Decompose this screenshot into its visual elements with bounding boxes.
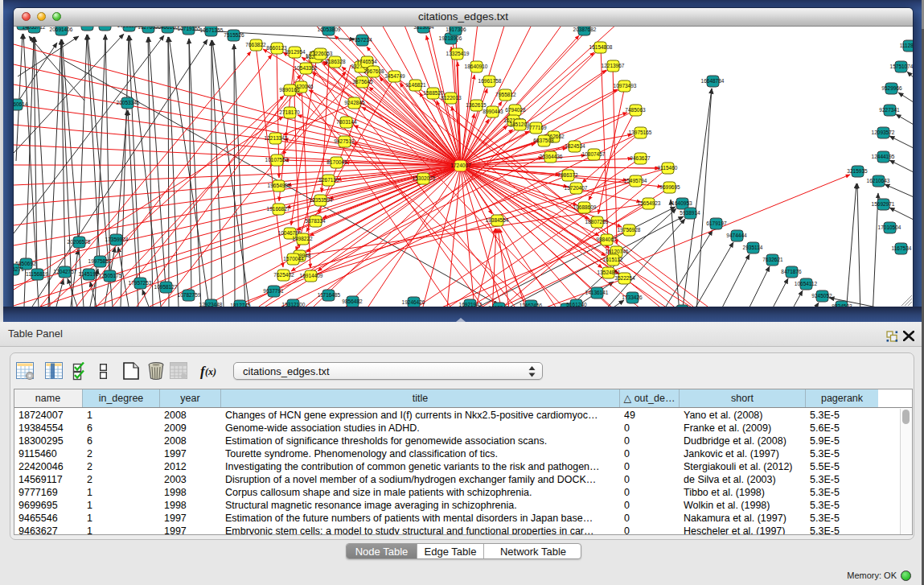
svg-text:9427512: 9427512 bbox=[334, 138, 355, 144]
svg-text:17957253: 17957253 bbox=[129, 280, 152, 286]
svg-text:16154808: 16154808 bbox=[589, 44, 613, 50]
svg-text:9242845: 9242845 bbox=[344, 100, 365, 105]
svg-text:13524851: 13524851 bbox=[598, 270, 621, 275]
svg-text:1498222: 1498222 bbox=[292, 236, 313, 241]
svg-text:3915271: 3915271 bbox=[14, 266, 24, 272]
svg-text:5938914: 5938914 bbox=[680, 210, 700, 216]
svg-text:19218906: 19218906 bbox=[439, 35, 462, 41]
svg-text:15692971: 15692971 bbox=[872, 201, 895, 207]
svg-text:10958127: 10958127 bbox=[154, 284, 178, 290]
svg-text:7632621: 7632621 bbox=[762, 257, 783, 262]
svg-text:19975857: 19975857 bbox=[88, 258, 112, 264]
svg-text:1615112: 1615112 bbox=[603, 257, 623, 262]
svg-text:6794028: 6794028 bbox=[505, 107, 526, 113]
svg-text:8186328: 8186328 bbox=[325, 59, 346, 64]
svg-text:15720407: 15720407 bbox=[565, 185, 588, 191]
svg-text:1362615: 1362615 bbox=[466, 102, 487, 108]
svg-text:12353594: 12353594 bbox=[310, 197, 333, 203]
svg-text:9884067: 9884067 bbox=[596, 237, 617, 242]
svg-text:16120746: 16120746 bbox=[606, 249, 629, 254]
svg-text:9115460: 9115460 bbox=[658, 165, 678, 171]
svg-text:19166827: 19166827 bbox=[267, 206, 290, 212]
svg-text:17359924: 17359924 bbox=[105, 237, 129, 242]
svg-text:18807269: 18807269 bbox=[585, 219, 609, 225]
svg-text:20364436: 20364436 bbox=[540, 154, 563, 159]
svg-text:7663822: 7663822 bbox=[245, 42, 266, 47]
svg-text:16053809: 16053809 bbox=[318, 27, 341, 32]
svg-text:3454749: 3454749 bbox=[384, 73, 405, 79]
svg-text:10688609: 10688609 bbox=[573, 204, 597, 210]
svg-text:8122013: 8122013 bbox=[441, 95, 462, 101]
svg-text:9637791: 9637791 bbox=[263, 288, 284, 294]
svg-text:1746554: 1746554 bbox=[356, 59, 377, 64]
svg-text:8471876: 8471876 bbox=[781, 269, 802, 274]
svg-text:10654112: 10654112 bbox=[795, 281, 818, 286]
svg-text:12213343: 12213343 bbox=[265, 135, 288, 141]
svg-text:3875645: 3875645 bbox=[352, 79, 373, 84]
svg-text:18640910: 18640910 bbox=[465, 64, 488, 69]
svg-text:8267130: 8267130 bbox=[318, 177, 339, 183]
svg-text:1724007: 1724007 bbox=[450, 163, 471, 168]
svg-text:12444195: 12444195 bbox=[872, 154, 895, 159]
svg-text:5878334: 5878334 bbox=[305, 218, 326, 224]
svg-text:13975165: 13975165 bbox=[629, 130, 652, 135]
svg-text:7955812: 7955812 bbox=[495, 92, 516, 97]
svg-text:6466160: 6466160 bbox=[158, 27, 179, 30]
svg-text:19384554: 19384554 bbox=[486, 217, 509, 223]
svg-text:1733426: 1733426 bbox=[622, 295, 643, 300]
svg-text:9474444: 9474444 bbox=[726, 233, 747, 238]
svg-text:12093572: 12093572 bbox=[872, 130, 895, 135]
svg-text:3813054: 3813054 bbox=[413, 27, 434, 30]
svg-text:2935114: 2935114 bbox=[743, 245, 763, 250]
svg-text:1167534: 1167534 bbox=[892, 245, 912, 251]
svg-text:2967608: 2967608 bbox=[363, 68, 384, 74]
svg-text:9699695: 9699695 bbox=[659, 184, 680, 190]
svg-text:2718170: 2718170 bbox=[279, 109, 300, 115]
svg-text:19246426: 19246426 bbox=[402, 299, 425, 305]
svg-text:10671355: 10671355 bbox=[200, 27, 224, 33]
svg-text:20691406: 20691406 bbox=[50, 27, 73, 32]
svg-text:1112864: 1112864 bbox=[900, 43, 913, 48]
svg-text:11156819: 11156819 bbox=[26, 271, 48, 277]
svg-text:3522254: 3522254 bbox=[614, 275, 635, 281]
svg-text:7803144: 7803144 bbox=[336, 119, 357, 125]
svg-text:13325419: 13325419 bbox=[446, 51, 470, 56]
svg-text:1570044: 1570044 bbox=[283, 256, 304, 262]
svg-text:3215935: 3215935 bbox=[847, 168, 868, 174]
svg-text:1527602: 1527602 bbox=[138, 27, 158, 30]
svg-text:11716485: 11716485 bbox=[318, 292, 341, 298]
svg-text:20160614: 20160614 bbox=[14, 101, 28, 107]
svg-text:8990443: 8990443 bbox=[483, 109, 503, 114]
svg-text:15654923: 15654923 bbox=[638, 200, 661, 206]
svg-text:23226053: 23226053 bbox=[310, 51, 333, 56]
svg-text:20206578: 20206578 bbox=[68, 239, 91, 245]
svg-text:1824534: 1824534 bbox=[565, 143, 585, 149]
svg-text:17010504: 17010504 bbox=[878, 225, 901, 230]
svg-text:10782759: 10782759 bbox=[178, 292, 201, 298]
svg-text:7986372: 7986372 bbox=[557, 172, 578, 178]
svg-text:10107553: 10107553 bbox=[265, 157, 289, 163]
svg-text:10543362: 10543362 bbox=[294, 65, 318, 71]
svg-text:1917306: 1917306 bbox=[446, 27, 466, 32]
svg-text:15302075: 15302075 bbox=[413, 175, 436, 181]
svg-text:12213967: 12213967 bbox=[602, 63, 625, 68]
svg-text:9463627: 9463627 bbox=[630, 155, 651, 161]
svg-text:8660123: 8660123 bbox=[266, 45, 287, 51]
svg-text:10807457: 10807457 bbox=[582, 151, 606, 157]
svg-text:14055712: 14055712 bbox=[23, 27, 46, 30]
svg-text:9146821: 9146821 bbox=[405, 82, 426, 88]
svg-text:19756928: 19756928 bbox=[618, 227, 641, 233]
svg-text:(x): (x) bbox=[205, 366, 216, 377]
svg-text:16961758: 16961758 bbox=[478, 78, 502, 84]
svg-text:14136141: 14136141 bbox=[585, 290, 609, 295]
svg-text:8170045: 8170045 bbox=[326, 159, 347, 165]
svg-text:16648784: 16648784 bbox=[701, 78, 725, 84]
svg-text:7857234: 7857234 bbox=[351, 37, 372, 43]
svg-text:1145193: 1145193 bbox=[79, 271, 99, 277]
svg-text:6837508: 6837508 bbox=[533, 138, 554, 143]
svg-text:9227341: 9227341 bbox=[879, 107, 900, 113]
svg-text:10719155: 10719155 bbox=[178, 27, 201, 31]
svg-text:15751074: 15751074 bbox=[890, 64, 913, 69]
svg-text:9890166: 9890166 bbox=[279, 87, 300, 93]
svg-text:9777169: 9777169 bbox=[526, 125, 547, 130]
